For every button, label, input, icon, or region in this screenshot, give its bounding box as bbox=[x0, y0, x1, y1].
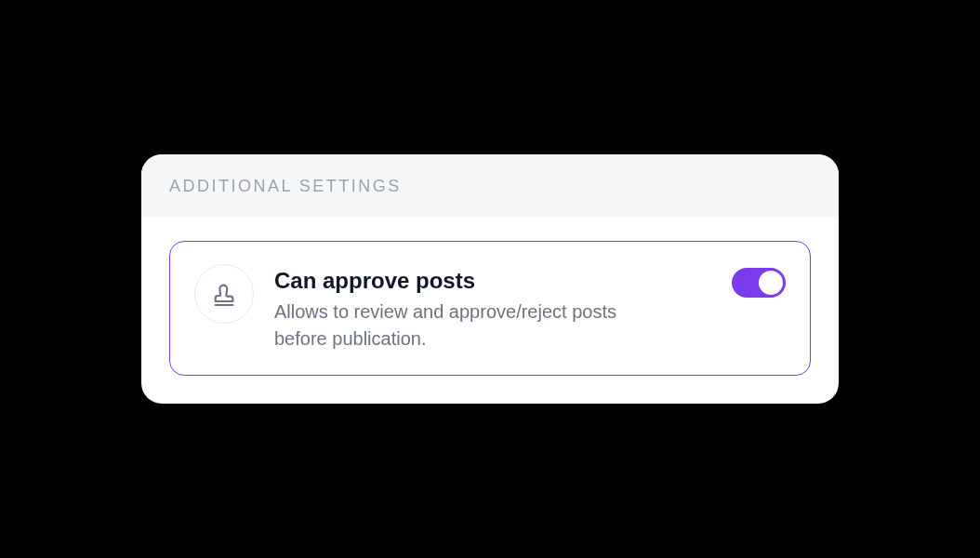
setting-approve-posts[interactable]: Can approve posts Allows to review and a… bbox=[169, 241, 811, 376]
toggle-knob bbox=[759, 271, 783, 295]
setting-text: Can approve posts Allows to review and a… bbox=[274, 264, 711, 352]
setting-title: Can approve posts bbox=[274, 266, 711, 295]
toggle-approve-posts[interactable] bbox=[732, 268, 786, 298]
section-title: ADDITIONAL SETTINGS bbox=[169, 177, 811, 196]
card-header: ADDITIONAL SETTINGS bbox=[141, 154, 839, 217]
stamp-icon bbox=[194, 264, 254, 324]
card-body: Can approve posts Allows to review and a… bbox=[141, 217, 839, 404]
settings-card: ADDITIONAL SETTINGS Can approve posts Al… bbox=[141, 154, 839, 404]
setting-description: Allows to review and approve/reject post… bbox=[274, 299, 628, 352]
